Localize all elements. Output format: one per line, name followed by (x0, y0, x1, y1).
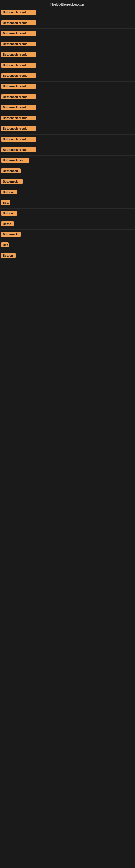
bottleneck-badge: Bottlene (1, 211, 17, 216)
list-item[interactable]: Bottleneck result (0, 61, 135, 71)
results-list: Bottleneck resultBottleneck resultBottle… (0, 8, 135, 261)
list-item[interactable]: Bottleneck result (0, 92, 135, 103)
list-item[interactable]: Bottleneck res (0, 156, 135, 166)
bottleneck-badge: Bottleneck result (1, 105, 36, 110)
list-item[interactable]: Bottleneck result (0, 50, 135, 61)
bottleneck-badge: Bottleneck result (1, 63, 36, 67)
list-item[interactable]: Bottlen (0, 251, 135, 261)
list-item[interactable]: Bottleneck result (0, 18, 135, 29)
bottleneck-badge: Bottleneck res (1, 158, 30, 163)
list-item[interactable]: Bottleneck (0, 230, 135, 240)
bottleneck-badge: Bottlen (1, 253, 16, 258)
bottleneck-badge: Bottleneck result (1, 31, 36, 36)
list-item[interactable]: Bottlene (0, 187, 135, 198)
bottleneck-badge: Bottleneck result (1, 147, 36, 152)
bottleneck-badge: Bottlene (1, 190, 17, 194)
site-title: TheBottlenecker.com (0, 0, 135, 8)
list-item[interactable]: Bottleneck result (0, 39, 135, 50)
page-container: TheBottlenecker.com Bottleneck resultBot… (0, 0, 135, 424)
bottleneck-badge: Bottleneck result (1, 41, 36, 46)
bottleneck-badge: Bottleneck (1, 232, 20, 237)
bottleneck-badge: Bottleneck (1, 168, 20, 173)
list-item[interactable]: Bottleneck result (0, 145, 135, 156)
bottleneck-badge: Bottleneck result (1, 10, 36, 14)
bottleneck-badge: Bottleneck result (1, 94, 36, 99)
list-item[interactable]: Bottleneck result (0, 113, 135, 124)
bottleneck-badge: Bottleneck result (1, 73, 36, 78)
list-item[interactable]: Bottleneck result (0, 103, 135, 113)
list-item[interactable]: Bottleneck result (0, 82, 135, 92)
cursor-indicator (3, 316, 3, 321)
list-item[interactable]: Bottleneck result (0, 8, 135, 18)
bottleneck-badge: Bottleneck r (1, 179, 23, 184)
bottleneck-badge: Bottleneck result (1, 52, 36, 57)
list-item[interactable]: Bottleneck r (0, 177, 135, 187)
list-item[interactable]: Bottlene (0, 209, 135, 219)
bottleneck-badge: Bottleneck result (1, 20, 36, 25)
bottleneck-badge: Bottleneck result (1, 137, 36, 142)
list-item[interactable]: Bottleneck result (0, 124, 135, 134)
list-item[interactable]: Bott (0, 198, 135, 209)
list-item[interactable]: Bot (0, 240, 135, 251)
list-item[interactable]: Bottleneck result (0, 134, 135, 145)
bottleneck-badge: Bott (1, 200, 10, 205)
list-item[interactable]: Bottleneck result (0, 71, 135, 82)
list-item[interactable]: Bottleneck (0, 166, 135, 177)
bottleneck-badge: Bottleneck result (1, 116, 36, 120)
bottleneck-badge: Bottleneck result (1, 84, 36, 89)
bottleneck-badge: Bot (1, 243, 9, 247)
bottleneck-badge: Bottle (1, 221, 14, 226)
list-item[interactable]: Bottleneck result (0, 29, 135, 39)
list-item[interactable]: Bottle (0, 219, 135, 230)
bottleneck-badge: Bottleneck result (1, 126, 36, 131)
